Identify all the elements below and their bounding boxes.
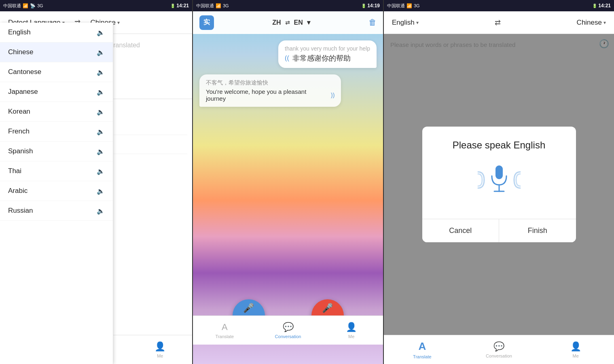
conv-swap-icon[interactable]: ⇄ bbox=[285, 19, 290, 26]
dropdown-label-japanese: Japanese bbox=[8, 88, 38, 96]
wave-prefix: (( bbox=[285, 55, 289, 62]
dropdown-item-chinese[interactable]: Chinese 🔈 bbox=[0, 42, 113, 62]
nav-translate-2[interactable]: A Translate bbox=[193, 319, 256, 342]
finish-btn[interactable]: Finish bbox=[499, 219, 576, 242]
dropdown-item-thai[interactable]: Thai 🔈 bbox=[0, 161, 113, 181]
real-btn-label: 实 bbox=[203, 18, 210, 27]
nav-me-label-3: Me bbox=[573, 353, 579, 358]
bottom-nav-3: A Translate 💬 Conversation 👤 Me bbox=[384, 335, 614, 364]
speaker-icon-cantonese: 🔈 bbox=[97, 68, 105, 76]
toolbar-3: English ▾ ⇄ Chinese ▾ bbox=[384, 11, 614, 34]
trash-btn[interactable]: 🗑 bbox=[368, 18, 377, 27]
signal-icon-2: 📶 bbox=[216, 3, 221, 8]
conv-toolbar: 实 ZH ⇄ EN ▾ 🗑 bbox=[193, 11, 383, 34]
dropdown-item-english[interactable]: English 🔈 bbox=[0, 23, 113, 42]
dropdown-label-chinese: Chinese bbox=[8, 48, 33, 56]
dropdown-item-russian[interactable]: Russian 🔈 bbox=[0, 201, 113, 221]
bubble-en-content-2: You're welcome, hope you a pleasant jour… bbox=[206, 88, 328, 102]
swap-btn-3[interactable]: ⇄ bbox=[491, 16, 504, 29]
status-left-1: 中国联通 📶 📡 3G bbox=[3, 3, 43, 9]
conversation-content: thank you very much for your help (( 非常感… bbox=[193, 34, 383, 315]
nav-conversation-3[interactable]: 💬 Conversation bbox=[461, 338, 538, 362]
time-1: 14:21 bbox=[176, 3, 189, 8]
conversation-nav-icon-3: 💬 bbox=[493, 341, 504, 352]
real-mode-btn[interactable]: 实 bbox=[199, 15, 214, 30]
dropdown-item-korean[interactable]: Korean 🔈 bbox=[0, 102, 113, 122]
dropdown-label-korean: Korean bbox=[8, 108, 30, 116]
status-bar-1: 中国联通 📶 📡 3G 🔋 14:21 bbox=[0, 0, 192, 11]
panel-conversation: 中国联通 📶 3G 🔋 14:19 实 ZH ⇄ EN ▾ 🗑 thank yo… bbox=[193, 0, 383, 364]
dropdown-item-french[interactable]: French 🔈 bbox=[0, 122, 113, 142]
modal-actions: Cancel Finish bbox=[422, 219, 576, 242]
status-right-3: 🔋 14:21 bbox=[592, 3, 611, 8]
chat-bubble-right: thank you very much for your help (( 非常感… bbox=[278, 40, 377, 68]
cancel-btn[interactable]: Cancel bbox=[422, 219, 500, 242]
mic-visual bbox=[432, 164, 566, 196]
nav-me-3[interactable]: 👤 Me bbox=[537, 338, 614, 362]
bubble-zh-text-1: (( 非常感谢你的帮助 bbox=[285, 53, 370, 63]
nav-conversation-label-2: Conversation bbox=[275, 334, 301, 339]
speaker-icon-japanese: 🔈 bbox=[97, 88, 105, 96]
status-bar-3: 中国联通 📶 3G 🔋 14:21 bbox=[384, 0, 614, 11]
left-waves bbox=[470, 168, 486, 192]
carrier-3: 中国联通 bbox=[387, 3, 405, 9]
p3-input-area[interactable]: Please input words or phrases to be tran… bbox=[384, 34, 614, 335]
conv-lang-to: EN bbox=[294, 19, 303, 26]
speak-modal: Please speak English bbox=[422, 127, 576, 242]
nav-me-1[interactable]: 👤 Me bbox=[128, 338, 192, 362]
network-2: 3G bbox=[223, 3, 229, 8]
nav-translate-label-3: Translate bbox=[413, 354, 431, 359]
dropdown-item-japanese[interactable]: Japanese 🔈 bbox=[0, 82, 113, 102]
dropdown-label-arabic: Arabic bbox=[8, 187, 28, 195]
time-2: 14:19 bbox=[367, 3, 380, 8]
network-1: 3G bbox=[37, 3, 43, 8]
lang-to-label-3: Chinese bbox=[577, 19, 602, 27]
dropdown-item-arabic[interactable]: Arabic 🔈 bbox=[0, 181, 113, 201]
chat-bubble-left: 不客气，希望你旅途愉快 You're welcome, hope you a p… bbox=[199, 74, 341, 107]
dropdown-label-russian: Russian bbox=[8, 207, 33, 215]
nav-me-label-1: Me bbox=[157, 353, 163, 358]
network-3: 3G bbox=[414, 3, 420, 8]
lang-to-btn-3[interactable]: Chinese ▾ bbox=[574, 17, 609, 28]
speaker-icon-chinese: 🔈 bbox=[97, 49, 105, 56]
nav-conversation-2[interactable]: 💬 Conversation bbox=[256, 319, 320, 342]
dropdown-label-french: French bbox=[8, 127, 30, 135]
battery-icon-1: 🔋 bbox=[170, 4, 175, 8]
panel-speak: 中国联通 📶 3G 🔋 14:21 English ▾ ⇄ Chinese ▾ … bbox=[384, 0, 614, 364]
mic-icon-left: 🎤 bbox=[243, 303, 254, 313]
carrier-2: 中国联通 bbox=[196, 3, 214, 9]
nav-me-2[interactable]: 👤 Me bbox=[320, 319, 383, 342]
modal-title: Please speak English bbox=[432, 140, 566, 151]
dropdown-item-spanish[interactable]: Spanish 🔈 bbox=[0, 142, 113, 161]
mic-icon-right: 🎤 bbox=[322, 303, 333, 313]
conv-lang-display: ZH ⇄ EN ▾ bbox=[272, 19, 310, 26]
speak-modal-overlay: Please speak English bbox=[384, 34, 614, 335]
status-left-2: 中国联通 📶 3G bbox=[196, 3, 229, 9]
dropdown-label-thai: Thai bbox=[8, 167, 21, 175]
speaker-icon-french: 🔈 bbox=[97, 128, 105, 135]
language-dropdown: English 🔈 Chinese 🔈 Cantonese 🔈 Japanese… bbox=[0, 23, 113, 364]
signal-icon-3: 📶 bbox=[407, 3, 412, 8]
dropdown-label-cantonese: Cantonese bbox=[8, 68, 41, 76]
signal-icon-1: 📶 bbox=[23, 3, 28, 8]
right-wave-svg bbox=[512, 168, 528, 192]
speaker-icon-thai: 🔈 bbox=[97, 167, 105, 175]
target-lang-chevron-1: ▾ bbox=[117, 20, 120, 25]
dropdown-item-cantonese[interactable]: Cantonese 🔈 bbox=[0, 62, 113, 82]
bubble-zh-text-2: 不客气，希望你旅途愉快 bbox=[206, 79, 335, 87]
speaker-icon-arabic: 🔈 bbox=[97, 187, 105, 195]
nav-conversation-label-3: Conversation bbox=[486, 353, 512, 358]
nav-translate-3[interactable]: A Translate bbox=[384, 337, 461, 362]
time-3: 14:21 bbox=[598, 3, 611, 8]
speaker-icon-korean: 🔈 bbox=[97, 108, 105, 116]
carrier-1: 中国联通 bbox=[3, 3, 21, 9]
mic-center bbox=[489, 164, 510, 196]
panel-translate: 中国联通 📶 📡 3G 🔋 14:21 Detect Language ▾ ⇄ … bbox=[0, 0, 192, 364]
lang-from-chevron-3: ▾ bbox=[416, 20, 419, 25]
status-right-2: 🔋 14:19 bbox=[361, 3, 380, 8]
status-left-3: 中国联通 📶 3G bbox=[387, 3, 420, 9]
modal-content: Please speak English bbox=[422, 127, 576, 219]
lang-from-btn-3[interactable]: English ▾ bbox=[389, 17, 422, 28]
speaker-icon-russian: 🔈 bbox=[97, 207, 105, 215]
bubble-zh-content-1: 非常感谢你的帮助 bbox=[292, 53, 351, 63]
